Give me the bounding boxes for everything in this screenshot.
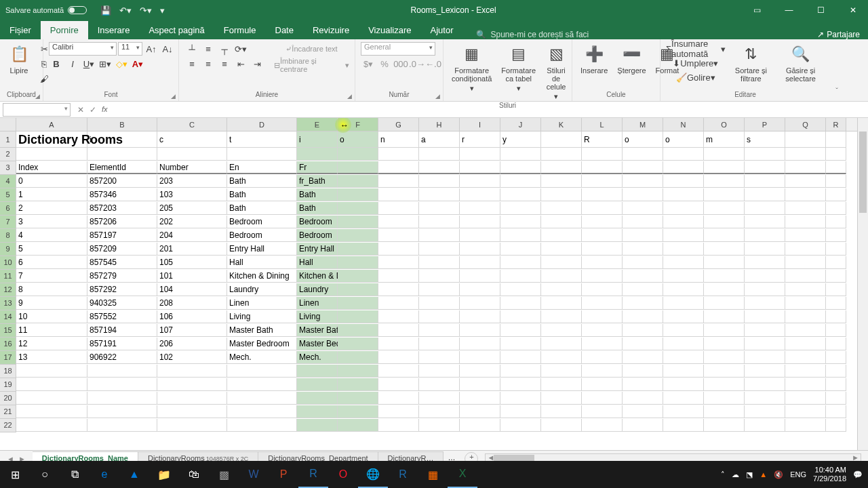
cell[interactable]: [338, 243, 378, 256]
comma-icon[interactable]: 000: [393, 57, 408, 70]
cell[interactable]: [663, 175, 704, 188]
cell[interactable]: Bath: [227, 188, 297, 201]
cell[interactable]: [419, 283, 460, 296]
cell[interactable]: [227, 419, 297, 432]
cell[interactable]: [338, 270, 378, 283]
cell[interactable]: 857194: [87, 324, 157, 337]
fill-button[interactable]: ⬇ Umplere ▾: [666, 56, 726, 70]
cell[interactable]: [378, 297, 419, 310]
cell[interactable]: [826, 283, 846, 296]
cell[interactable]: [663, 256, 704, 269]
cell[interactable]: [378, 419, 419, 432]
cell[interactable]: 857545: [87, 256, 157, 269]
align-middle-icon[interactable]: ≡: [201, 42, 216, 56]
cell[interactable]: [704, 243, 745, 256]
cell[interactable]: [338, 405, 378, 418]
cell[interactable]: c: [157, 131, 227, 148]
cell[interactable]: [826, 175, 846, 188]
cell[interactable]: Kitchen & Dining: [227, 270, 297, 283]
cell[interactable]: [500, 243, 541, 256]
cell[interactable]: [541, 419, 582, 432]
tab-review[interactable]: Revizuire: [303, 21, 359, 39]
row-header[interactable]: 6: [0, 202, 16, 216]
cell[interactable]: [378, 270, 419, 283]
redo-icon[interactable]: ↷▾: [140, 5, 152, 16]
cell[interactable]: [663, 392, 704, 405]
collapse-ribbon-icon[interactable]: ˇ: [830, 39, 844, 101]
cell[interactable]: [500, 310, 541, 323]
cell[interactable]: 1: [16, 188, 87, 201]
cell[interactable]: [582, 310, 623, 323]
cell[interactable]: [541, 405, 582, 418]
cell[interactable]: [745, 283, 785, 296]
cell[interactable]: [623, 365, 663, 378]
cell[interactable]: [460, 297, 500, 310]
cell[interactable]: [419, 256, 460, 269]
cell[interactable]: [745, 175, 785, 188]
cell[interactable]: i: [87, 131, 157, 148]
paste-button[interactable]: 📋 Lipire: [5, 42, 33, 76]
undo-icon[interactable]: ↶▾: [119, 5, 132, 16]
tell-me-search[interactable]: 🔍 Spune-mi ce dorești să faci: [476, 30, 589, 39]
cell[interactable]: [745, 256, 785, 269]
cell[interactable]: [419, 324, 460, 337]
cell[interactable]: 857206: [87, 216, 157, 228]
cell[interactable]: [582, 202, 623, 215]
column-header-R[interactable]: R: [826, 118, 846, 131]
cell[interactable]: 857209: [87, 243, 157, 256]
cell[interactable]: [378, 148, 419, 161]
cell[interactable]: 857292: [87, 283, 157, 296]
cell[interactable]: [785, 243, 826, 256]
cell[interactable]: 857346: [87, 188, 157, 201]
cell[interactable]: 101: [157, 270, 227, 283]
cell[interactable]: [419, 378, 460, 391]
cell[interactable]: [500, 202, 541, 215]
cell[interactable]: 103: [157, 188, 227, 201]
cell[interactable]: [378, 365, 419, 378]
cell[interactable]: [826, 338, 846, 350]
cell[interactable]: [500, 229, 541, 242]
cell[interactable]: [460, 310, 500, 323]
cell[interactable]: o: [663, 131, 704, 148]
cell[interactable]: [338, 202, 378, 215]
cell[interactable]: [826, 365, 846, 378]
column-header-C[interactable]: C: [157, 118, 227, 131]
cell[interactable]: [623, 419, 663, 432]
cell[interactable]: [582, 175, 623, 188]
cell[interactable]: [745, 216, 785, 228]
cell[interactable]: [663, 405, 704, 418]
cell[interactable]: [419, 351, 460, 364]
cell[interactable]: 203: [157, 175, 227, 188]
cell[interactable]: [623, 405, 663, 418]
cell[interactable]: [541, 188, 582, 201]
cell[interactable]: 3: [16, 216, 87, 228]
cancel-formula-icon[interactable]: ✕: [77, 105, 84, 115]
cell[interactable]: [663, 351, 704, 364]
tab-formulas[interactable]: Formule: [214, 21, 266, 39]
cell[interactable]: Mech.: [227, 351, 297, 364]
cell[interactable]: [623, 256, 663, 269]
cell[interactable]: [663, 283, 704, 296]
column-header-E[interactable]: E: [297, 118, 338, 131]
row-header[interactable]: 3: [0, 161, 16, 175]
cell[interactable]: [419, 270, 460, 283]
explorer-icon[interactable]: 📁: [149, 461, 179, 488]
cell[interactable]: Master Bedroom: [227, 338, 297, 350]
cell[interactable]: Entry Hall: [227, 243, 297, 256]
cell[interactable]: [785, 297, 826, 310]
cell[interactable]: [704, 338, 745, 350]
cell[interactable]: [338, 310, 378, 323]
cell[interactable]: [338, 148, 378, 161]
cell[interactable]: [582, 392, 623, 405]
cell[interactable]: [419, 365, 460, 378]
cell[interactable]: [500, 405, 541, 418]
italic-button[interactable]: I: [65, 57, 80, 70]
cell[interactable]: [297, 365, 338, 378]
cell[interactable]: [704, 419, 745, 432]
cell[interactable]: [745, 392, 785, 405]
column-header-K[interactable]: K: [541, 118, 582, 131]
merge-center-button[interactable]: ⊟ Îmbinare și centrare ▾: [274, 58, 349, 72]
cell[interactable]: [623, 161, 663, 174]
font-name-combo[interactable]: Calibri: [49, 42, 117, 56]
underline-button[interactable]: U▾: [81, 57, 96, 70]
